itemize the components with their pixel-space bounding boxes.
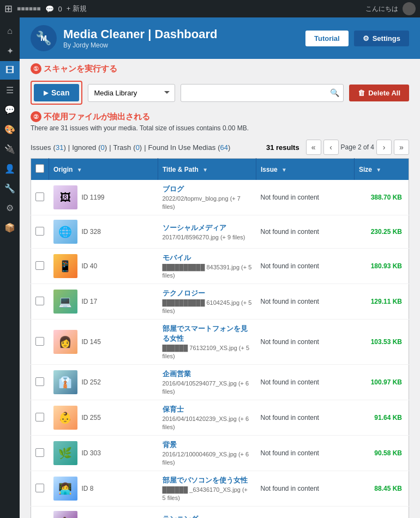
tutorial-button[interactable]: Tutorial [305, 31, 349, 46]
row-checkbox-cell-1 [31, 215, 49, 249]
new-post-btn[interactable]: + 新規 [67, 4, 87, 14]
site-name[interactable]: ■■■■■■ [17, 5, 41, 13]
row-title-cell-3: テクノロジー ██████████ 6104245.jpg (+ 5 files… [158, 284, 256, 320]
row-title-link-1[interactable]: ソーシャルメディア [163, 223, 252, 233]
row-checkbox-2[interactable] [35, 261, 44, 270]
th-issue[interactable]: Issue ▼ [256, 159, 355, 180]
row-checkbox-7[interactable] [35, 448, 44, 457]
row-title-link-0[interactable]: ブログ [163, 184, 252, 194]
plugin-icon: 🔧 M [31, 25, 57, 51]
row-thumb-2: 📱 [53, 254, 77, 278]
row-issue-7: Not found in content [256, 436, 355, 471]
row-checkbox-6[interactable] [35, 413, 44, 421]
row-title-link-8[interactable]: 部屋でパソコンを使う女性 [163, 475, 252, 485]
row-thumb-6: 👶 [53, 406, 77, 430]
plugin-header: 🔧 M Media Cleaner | Dashboard By Jordy M… [20, 17, 420, 59]
row-title-cell-9: ランニング 2016/02/100.jpg (+ 5 files) [158, 507, 256, 519]
ignored-count-link[interactable]: 0 [101, 143, 105, 152]
comments-icon: 💬 [45, 5, 54, 13]
row-id-5: ID 252 [82, 378, 101, 386]
row-checkbox-0[interactable] [35, 192, 44, 201]
greeting: こんにちは [365, 4, 398, 14]
delete-all-button[interactable]: 🗑 Delete All [349, 85, 409, 101]
sidebar-item-pages[interactable]: ☰ [0, 81, 20, 99]
separator3: | [144, 143, 146, 152]
row-path-0: 2022/02/topmv_blog.png (+ 7 files) [163, 195, 241, 210]
row-id-4: ID 145 [82, 338, 101, 346]
page-info: Page 2 of 4 [341, 143, 374, 151]
annotation1-label: スキャンを実行する [44, 64, 117, 74]
row-title-link-5[interactable]: 企画営業 [163, 369, 252, 379]
sidebar-item-users[interactable]: 👤 [0, 159, 20, 178]
page-first-btn[interactable]: « [306, 140, 321, 155]
row-origin-3: 💻 ID 17 [49, 284, 158, 320]
th-origin[interactable]: Origin ▼ [49, 159, 158, 180]
row-checkbox-cell-7 [31, 436, 49, 471]
sidebar-item-media[interactable]: 🎞 [0, 61, 20, 80]
select-all-checkbox[interactable] [35, 164, 44, 173]
row-origin-4: 👩 ID 145 [49, 320, 158, 365]
th-title-label: Title & Path [163, 166, 199, 173]
found-count: (64) [218, 143, 230, 152]
found-count-link[interactable]: 64 [220, 143, 228, 152]
sidebar-item-custom[interactable]: 📦 [0, 218, 20, 237]
row-origin-1: 🌐 ID 328 [49, 215, 158, 249]
th-size[interactable]: Size ▼ [355, 159, 409, 180]
page-last-btn[interactable]: » [394, 140, 409, 155]
sidebar-item-appearance[interactable]: 🎨 [0, 120, 20, 138]
row-title-cell-8: 部屋でパソコンを使う女性 ██████ _63436170_XS.jpg (+ … [158, 471, 256, 507]
row-origin-6: 👶 ID 255 [49, 400, 158, 436]
search-input[interactable] [181, 84, 344, 102]
user-avatar[interactable] [403, 2, 416, 15]
row-checkbox-4[interactable] [35, 337, 44, 346]
row-path-6: 2016/04/101420239_XS.jpg (+ 6 files) [163, 415, 249, 430]
row-title-link-6[interactable]: 保育士 [163, 405, 252, 414]
sidebar-item-dashboard[interactable]: ⌂ [0, 22, 20, 40]
trash-count-link[interactable]: 0 [136, 143, 140, 152]
search-icon: 🔍 [330, 88, 339, 97]
row-title-link-2[interactable]: モバイル [163, 253, 252, 263]
row-checkbox-5[interactable] [35, 377, 44, 386]
pagination: « ‹ Page 2 of 4 › » [306, 140, 409, 155]
page-prev-btn[interactable]: ‹ [323, 140, 339, 155]
row-path-7: 2016/12/100004609_XS.jpg (+ 6 files) [163, 451, 249, 466]
row-size-7: 90.58 KB [355, 436, 409, 471]
row-checkbox-1[interactable] [35, 227, 44, 236]
scan-button[interactable]: Scan [34, 84, 79, 101]
issues-count-link[interactable]: 31 [56, 143, 63, 152]
row-title-cell-6: 保育士 2016/04/101420239_XS.jpg (+ 6 files) [158, 400, 256, 436]
row-origin-8: 👩‍💻 ID 8 [49, 471, 158, 507]
row-origin-2: 📱 ID 40 [49, 249, 158, 284]
table-header-row: Origin ▼ Title & Path ▼ Issue ▼ Size [31, 159, 409, 180]
row-issue-6: Not found in content [256, 400, 355, 436]
row-size-9: 85.55 KB [355, 507, 409, 519]
sidebar-item-comments[interactable]: 💬 [0, 100, 20, 119]
th-issue-label: Issue [261, 166, 278, 173]
plugin-title-area: Media Cleaner | Dashboard By Jordy Meow [63, 27, 217, 49]
row-issue-1: Not found in content [256, 215, 355, 249]
row-title-link-3[interactable]: テクノロジー [163, 288, 252, 298]
th-title[interactable]: Title & Path ▼ [158, 159, 256, 180]
row-checkbox-8[interactable] [35, 484, 44, 492]
row-checkbox-3[interactable] [35, 297, 44, 305]
page-next-btn[interactable]: › [376, 140, 392, 155]
row-title-cell-1: ソーシャルメディア 2017/01/8596270.jpg (+ 9 files… [158, 215, 256, 249]
row-size-3: 129.11 KB [355, 284, 409, 320]
source-dropdown[interactable]: Media Library Theme Files All [88, 84, 175, 102]
th-origin-label: Origin [53, 166, 73, 173]
plugin-logo-area: 🔧 M Media Cleaner | Dashboard By Jordy M… [31, 25, 217, 51]
row-size-1: 230.25 KB [355, 215, 409, 249]
sidebar-item-tools[interactable]: 🔧 [0, 179, 20, 197]
th-checkbox [31, 159, 49, 180]
row-title-link-9[interactable]: ランニング [163, 514, 252, 519]
annotation1-text: ① スキャンを実行する [31, 63, 409, 74]
row-title-link-7[interactable]: 背景 [163, 440, 252, 450]
sidebar-item-plugins[interactable]: 🔌 [0, 140, 20, 158]
settings-button[interactable]: ⚙ Settings [354, 31, 409, 46]
plugin-title: Media Cleaner | Dashboard [63, 27, 217, 41]
row-title-link-4[interactable]: 部屋でスマートフォンを見る女性 [163, 324, 252, 344]
size-sort-icon: ▼ [376, 167, 381, 173]
sidebar-item-posts[interactable]: ✦ [0, 41, 20, 60]
sidebar-item-settings[interactable]: ⚙ [0, 198, 20, 217]
row-size-5: 100.97 KB [355, 365, 409, 400]
